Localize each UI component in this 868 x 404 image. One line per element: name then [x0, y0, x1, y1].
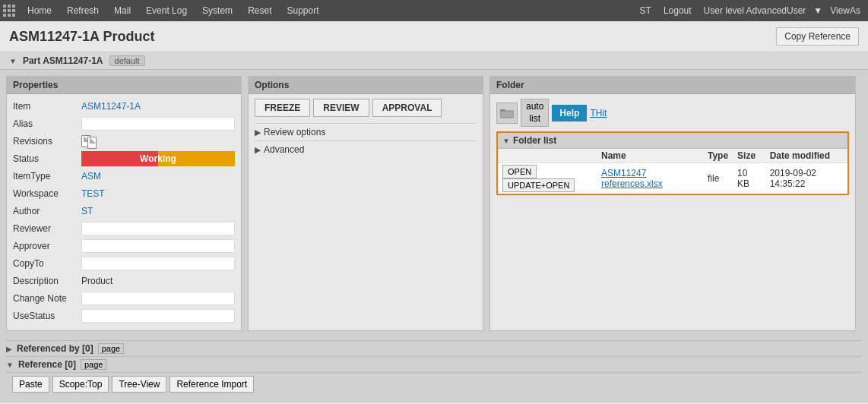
- review-options-row[interactable]: ▶ Review options: [255, 123, 477, 140]
- help-button[interactable]: Help: [552, 105, 587, 122]
- reference-label: Reference [0]: [18, 359, 76, 370]
- col-header-name: Name: [597, 149, 703, 163]
- prop-workspace-label: Workspace: [13, 188, 81, 199]
- nav-support[interactable]: Support: [279, 0, 326, 21]
- col-header-actions: [498, 149, 597, 163]
- prop-usestatus: UseStatus: [13, 308, 235, 324]
- review-button[interactable]: REVIEW: [313, 99, 369, 117]
- properties-panel: Properties Item ASM11247-1A Alias Revisi…: [6, 76, 242, 331]
- logout-button[interactable]: Logout: [659, 5, 696, 16]
- viewas-button[interactable]: ViewAs: [825, 5, 865, 16]
- approval-button[interactable]: APPROVAL: [372, 99, 442, 117]
- open-button[interactable]: OPEN: [502, 165, 537, 178]
- properties-header: Properties: [7, 77, 241, 94]
- referenced-by-chevron: ▶: [6, 345, 12, 353]
- prop-alias-label: Alias: [13, 118, 81, 129]
- table-row: OPEN UPDATE+OPEN ASM11247 references.xls…: [498, 163, 847, 194]
- prop-itemtype-value[interactable]: ASM: [81, 171, 235, 181]
- prop-copyto: CopyTo: [13, 256, 235, 271]
- thit-link[interactable]: THit: [590, 108, 607, 118]
- prop-revisions: Revisions: [13, 134, 235, 149]
- bottom-section: ▶ Referenced by [0] page ▼ Reference [0]…: [0, 337, 868, 399]
- prop-usestatus-label: UseStatus: [13, 311, 81, 321]
- update-open-button[interactable]: UPDATE+OPEN: [502, 178, 575, 192]
- reviewer-input[interactable]: [81, 222, 235, 235]
- svg-rect-1: [500, 111, 514, 118]
- prop-status: Status Working: [13, 151, 235, 166]
- scope-top-button[interactable]: Scope:Top: [52, 376, 109, 393]
- prop-itemtype-label: ItemType: [13, 171, 81, 181]
- prop-approver-label: Approver: [13, 241, 81, 251]
- rev-page-2: [87, 137, 97, 149]
- prop-item-label: Item: [13, 101, 81, 112]
- default-badge: default: [109, 55, 145, 66]
- folder-body: autolist Help THit ▼ Folder list Name T: [490, 94, 855, 200]
- copy-reference-button[interactable]: Copy Reference: [776, 27, 859, 46]
- prop-reviewer: Reviewer: [13, 221, 235, 236]
- part-chevron: ▼: [9, 57, 17, 65]
- approver-input[interactable]: [81, 239, 235, 253]
- row-name[interactable]: ASM11247 references.xlsx: [597, 163, 703, 194]
- reference-chevron: ▼: [6, 361, 14, 369]
- prop-description-value: Product: [81, 276, 235, 286]
- nav-home[interactable]: Home: [20, 0, 59, 21]
- page-title: ASM11247-1A Product: [9, 29, 154, 45]
- reference-page-badge[interactable]: page: [81, 359, 106, 370]
- main-content: Properties Item ASM11247-1A Alias Revisi…: [0, 70, 868, 337]
- prop-author-value[interactable]: ST: [81, 206, 235, 216]
- changenote-input[interactable]: [81, 292, 235, 305]
- nav-left: Home Refresh Mail Event Log System Reset…: [3, 0, 635, 21]
- advanced-label: Advanced: [264, 144, 304, 155]
- nav-refresh[interactable]: Refresh: [59, 0, 106, 21]
- auto-list-button[interactable]: autolist: [521, 99, 549, 127]
- freeze-button[interactable]: FREEZE: [255, 99, 310, 117]
- row-type: file: [703, 163, 733, 194]
- referenced-by-page-badge[interactable]: page: [98, 343, 124, 354]
- folder-list-chevron: ▼: [502, 137, 510, 145]
- col-header-date: Date modified: [765, 149, 847, 163]
- prop-status-label: Status: [13, 153, 81, 164]
- revisions-icon[interactable]: [81, 134, 97, 149]
- nav-mail[interactable]: Mail: [106, 0, 138, 21]
- part-label: Part ASM11247-1A: [23, 55, 103, 66]
- folder-list-header: ▼ Folder list: [498, 133, 847, 149]
- folder-toolbar: autolist Help THit: [496, 99, 849, 127]
- alias-input[interactable]: [81, 117, 235, 131]
- folder-table-header-row: Name Type Size Date modified: [498, 149, 847, 163]
- prop-description: Description Product: [13, 273, 235, 289]
- options-buttons: FREEZE REVIEW APPROVAL: [255, 99, 477, 117]
- prop-author: Author ST: [13, 204, 235, 219]
- prop-revisions-label: Revisions: [13, 136, 81, 147]
- nav-st: ST: [635, 5, 656, 16]
- prop-copyto-label: CopyTo: [13, 258, 81, 269]
- grid-icon: [3, 5, 15, 17]
- row-date: 2019-09-02 14:35:22: [765, 163, 847, 194]
- nav-eventlog[interactable]: Event Log: [138, 0, 195, 21]
- reference-import-button[interactable]: Reference Import: [169, 376, 254, 393]
- prop-workspace-value[interactable]: TEST: [81, 188, 235, 199]
- prop-workspace: Workspace TEST: [13, 186, 235, 201]
- prop-approver: Approver: [13, 238, 235, 254]
- part-row: ▼ Part ASM11247-1A default: [0, 52, 868, 70]
- referenced-by-row: ▶ Referenced by [0] page: [6, 340, 862, 356]
- prop-description-label: Description: [13, 276, 81, 286]
- folder-open-icon: [500, 108, 514, 118]
- folder-list-section: ▼ Folder list Name Type Size Date modifi…: [496, 131, 849, 195]
- tree-view-button[interactable]: Tree-View: [112, 376, 166, 393]
- folder-icon-button[interactable]: [496, 103, 518, 124]
- review-options-arrow: ▶: [255, 128, 261, 137]
- nav-system[interactable]: System: [195, 0, 240, 21]
- prop-author-label: Author: [13, 206, 81, 216]
- options-panel: Options FREEZE REVIEW APPROVAL ▶ Review …: [248, 76, 483, 331]
- referenced-by-label: Referenced by [0]: [17, 343, 93, 354]
- folder-list-title: Folder list: [513, 135, 556, 146]
- paste-button[interactable]: Paste: [12, 376, 49, 393]
- prop-item-value[interactable]: ASM11247-1A: [81, 101, 235, 112]
- usestatus-input[interactable]: [81, 309, 235, 323]
- file-link[interactable]: ASM11247 references.xlsx: [601, 168, 663, 189]
- advanced-row[interactable]: ▶ Advanced: [255, 140, 477, 158]
- nav-reset[interactable]: Reset: [240, 0, 279, 21]
- copyto-input[interactable]: [81, 257, 235, 270]
- prop-reviewer-label: Reviewer: [13, 223, 81, 234]
- page-header: ASM11247-1A Product Copy Reference: [0, 21, 868, 52]
